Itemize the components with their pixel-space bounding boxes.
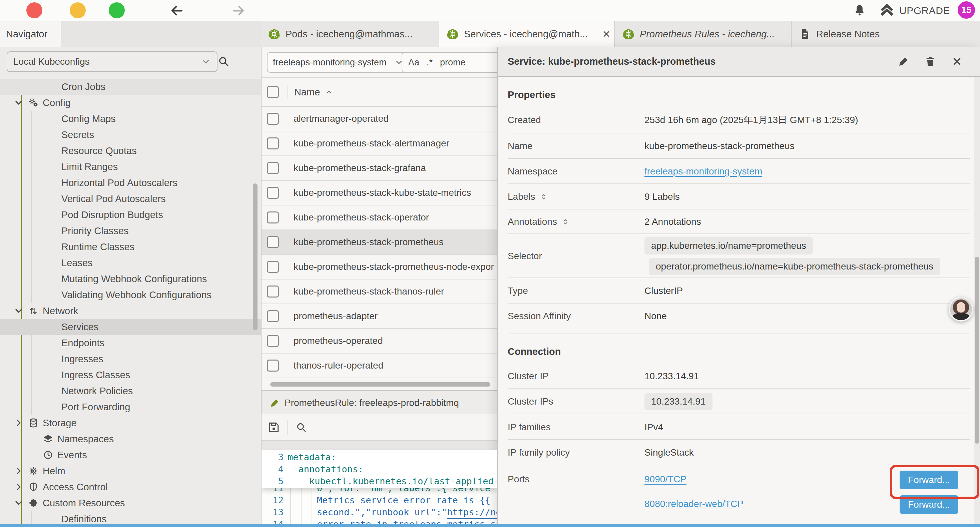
tree-item[interactable]: Resource Quotas — [0, 143, 261, 159]
edit-pencil-icon[interactable] — [898, 56, 909, 67]
row-checkbox[interactable] — [267, 137, 279, 150]
chevdown-icon[interactable] — [13, 306, 24, 316]
tab-navigator[interactable]: Navigator — [0, 21, 61, 47]
sort-updown-icon[interactable] — [539, 193, 548, 201]
detail-scrollbar-track[interactable] — [974, 77, 980, 524]
tree-item[interactable]: Namespaces — [0, 431, 261, 447]
zoom-window-button[interactable] — [109, 2, 125, 18]
table-row[interactable]: thanos-ruler-operated — [261, 353, 497, 378]
row-checkbox[interactable] — [267, 236, 279, 248]
tree-item[interactable]: Helm — [0, 463, 261, 479]
port-link[interactable]: 9090/TCP — [644, 470, 686, 489]
upgrade-button[interactable]: UPGRADE — [899, 5, 950, 16]
yaml-editor[interactable]: 11 0", for: "nm", labels :{ service": 12… — [261, 450, 497, 524]
tab-item[interactable]: Services - icecheng@math... — [439, 21, 615, 47]
tree-item[interactable]: Validating Webhook Configurations — [0, 287, 261, 303]
sort-ascending-icon[interactable] — [325, 88, 333, 96]
chevright-icon[interactable] — [13, 466, 24, 476]
tree-item[interactable]: Endpoints — [0, 335, 261, 351]
close-tab-icon[interactable] — [602, 29, 611, 39]
tree-item[interactable]: Access Control — [0, 479, 261, 495]
line-number: 14 — [261, 519, 283, 524]
tree-item[interactable]: Services — [0, 319, 261, 335]
annotations-count[interactable]: 2 Annotations — [644, 217, 701, 227]
tree-item[interactable]: Storage — [0, 415, 261, 431]
search-icon[interactable] — [296, 422, 307, 433]
table-row[interactable]: kube-prometheus-stack-alertmanager — [261, 131, 497, 156]
tree-item[interactable]: Leases — [0, 255, 261, 271]
tree-item[interactable]: Vertical Pod Autoscalers — [0, 191, 261, 207]
row-checkbox[interactable] — [267, 310, 279, 322]
horizontal-scrollbar[interactable] — [270, 382, 490, 387]
tab-item[interactable]: Pods - icecheng@mathmas... — [261, 21, 439, 47]
tree-item[interactable]: Horizontal Pod Autoscalers — [0, 175, 261, 191]
row-checkbox[interactable] — [267, 187, 279, 199]
table-row[interactable]: kube-prometheus-stack-prometheus — [261, 230, 497, 255]
table-row[interactable]: prometheus-adapter — [261, 304, 497, 329]
back-button[interactable] — [169, 3, 184, 18]
tree-item[interactable]: Definitions — [0, 511, 261, 524]
sidebar-scrollbar[interactable] — [253, 183, 258, 330]
avatar[interactable] — [949, 297, 973, 322]
close-window-button[interactable] — [26, 2, 42, 18]
table-row[interactable]: kube-prometheus-stack-prometheus-node-ex… — [261, 255, 497, 280]
tree-item[interactable]: Custom Resources — [0, 495, 261, 511]
tree-item[interactable]: Config — [0, 95, 261, 111]
kubeconfig-select[interactable]: Local Kubeconfigs — [7, 51, 218, 72]
tab-item[interactable]: Release Notes — [792, 21, 980, 47]
row-checkbox[interactable] — [267, 360, 279, 372]
filter-case-toggle[interactable]: Aa — [408, 57, 419, 68]
save-icon[interactable] — [267, 421, 280, 434]
table-row[interactable]: kube-prometheus-stack-thanos-ruler — [261, 280, 497, 304]
tree-item[interactable]: Config Maps — [0, 111, 261, 127]
tree-item[interactable]: Runtime Classes — [0, 239, 261, 255]
row-checkbox[interactable] — [267, 212, 279, 223]
tree-item[interactable]: Priority Classes — [0, 223, 261, 239]
delete-trash-icon[interactable] — [924, 56, 936, 67]
chevdown-icon[interactable] — [13, 97, 24, 108]
notification-count-badge[interactable]: 15 — [958, 2, 975, 19]
tree-item[interactable]: Network Policies — [0, 383, 261, 399]
table-row[interactable]: kube-prometheus-stack-kube-state-metrics — [261, 181, 497, 205]
tree-item[interactable]: Events — [0, 447, 261, 463]
tree-item[interactable]: Limit Ranges — [0, 159, 261, 175]
tab-item[interactable]: Prometheus Rules - icecheng... — [615, 21, 792, 47]
forward-button[interactable] — [231, 3, 246, 18]
labels-count[interactable]: 9 Labels — [644, 191, 680, 202]
chevright-icon[interactable] — [13, 482, 24, 492]
editor-tab-prometheusrule[interactable]: PrometheusRule: freeleaps-prod-rabbitmq — [263, 391, 497, 415]
tree-item[interactable]: Pod Disruption Budgets — [0, 207, 261, 223]
table-row[interactable]: kube-prometheus-stack-grafana — [261, 156, 497, 181]
row-checkbox[interactable] — [267, 113, 279, 125]
table-row[interactable]: alertmanager-operated — [261, 107, 497, 131]
chevdown-icon[interactable] — [13, 498, 24, 508]
sort-updown-icon[interactable] — [561, 218, 570, 226]
row-checkbox[interactable] — [267, 285, 279, 298]
table-row[interactable]: kube-prometheus-stack-operator — [261, 205, 497, 230]
filter-regex-toggle[interactable]: .* — [426, 57, 433, 68]
detail-scrollbar-thumb[interactable] — [975, 257, 979, 444]
port-link[interactable]: 8080:reloader-web/TCP — [644, 495, 743, 513]
tree-item[interactable]: Port Forwarding — [0, 399, 261, 415]
table-row[interactable]: prometheus-operated — [261, 329, 497, 353]
name-column-header[interactable]: Name — [294, 87, 320, 98]
row-checkbox[interactable] — [267, 261, 279, 273]
tree-item[interactable]: Secrets — [0, 127, 261, 143]
filter-input[interactable]: Aa .* prome — [402, 52, 497, 73]
sidebar-search-icon[interactable] — [218, 56, 229, 67]
row-checkbox[interactable] — [267, 162, 279, 174]
close-panel-icon[interactable] — [951, 56, 963, 67]
minimize-window-button[interactable] — [70, 2, 86, 18]
select-all-checkbox[interactable] — [267, 86, 279, 98]
tree-item[interactable]: Cron Jobs — [0, 79, 261, 95]
chevright-icon[interactable] — [13, 417, 24, 428]
namespace-link[interactable]: freeleaps-monitoring-system — [644, 166, 762, 177]
notifications-bell-icon[interactable] — [853, 4, 866, 17]
tree-item[interactable]: Mutating Webhook Configurations — [0, 271, 261, 287]
upgrade-icon[interactable] — [879, 3, 895, 18]
tree-item[interactable]: Ingress Classes — [0, 367, 261, 383]
tree-item[interactable]: Ingresses — [0, 351, 261, 367]
tree-item[interactable]: Network — [0, 303, 261, 319]
row-checkbox[interactable] — [267, 335, 279, 347]
namespace-select[interactable]: freeleaps-monitoring-system — [267, 52, 410, 73]
